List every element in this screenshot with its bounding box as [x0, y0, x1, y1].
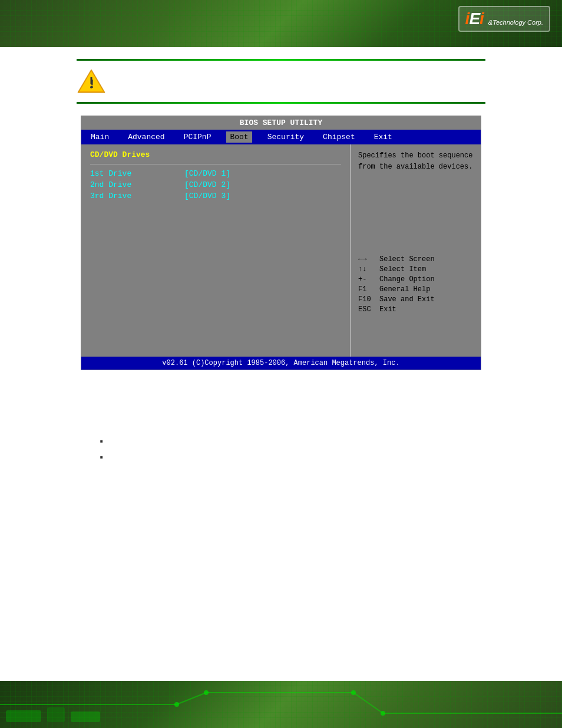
key-row-updown: ↑↓ Select Item	[358, 265, 474, 274]
key-esc-desc: Exit	[379, 305, 396, 314]
key-esc: ESC	[358, 305, 376, 314]
svg-point-10	[174, 702, 179, 707]
drive-row-3: 3rd Drive [CD/DVD 3]	[90, 192, 341, 200]
key-row-f10: F10 Save and Exit	[358, 295, 474, 304]
menu-pcipnp[interactable]: PCIPnP	[180, 131, 215, 143]
body-paragraph-2	[88, 400, 474, 413]
key-row-arrows: ←→ Select Screen	[358, 255, 474, 263]
menu-boot[interactable]: Boot	[226, 131, 252, 143]
drive-3-label: 3rd Drive	[90, 192, 184, 200]
key-arrows-desc: Select Screen	[379, 255, 435, 263]
bios-menu-bar: Main Advanced PCIPnP Boot Security Chips…	[81, 130, 481, 144]
key-updown-desc: Select Item	[379, 265, 426, 274]
svg-rect-14	[6, 710, 41, 722]
section-separator	[90, 164, 341, 164]
drive-row-1: 1st Drive [CD/DVD 1]	[90, 169, 341, 178]
svg-line-8	[353, 693, 383, 713]
drive-3-value: [CD/DVD 3]	[184, 192, 230, 200]
drive-1-value: [CD/DVD 1]	[184, 169, 230, 178]
logo-area: iEi &Technology Corp.	[458, 6, 550, 32]
menu-main[interactable]: Main	[87, 131, 113, 143]
key-f10: F10	[358, 295, 376, 304]
drive-row-2: 2nd Drive [CD/DVD 2]	[90, 180, 341, 189]
top-banner: iEi &Technology Corp.	[0, 0, 562, 47]
key-row-plusminus: +- Change Option	[358, 275, 474, 284]
drive-2-label: 2nd Drive	[90, 180, 184, 189]
bios-screen: BIOS SETUP UTILITY Main Advanced PCIPnP …	[81, 116, 481, 370]
bios-footer-text: v02.61 (C)Copyright 1985-2006, American …	[162, 359, 399, 367]
top-separator	[77, 59, 485, 61]
menu-security[interactable]: Security	[264, 131, 308, 143]
help-text: Specifies the boot sequence from the ava…	[358, 150, 474, 173]
bottom-banner	[0, 681, 562, 728]
svg-rect-15	[47, 707, 65, 722]
drive-1-label: 1st Drive	[90, 169, 184, 178]
bullet-item-2	[100, 452, 474, 465]
content-area: ! BIOS SETUP UTILITY Main Advanced PCIPn…	[0, 47, 562, 519]
body-paragraph-5	[88, 489, 474, 501]
menu-chipset[interactable]: Chipset	[319, 131, 359, 143]
bios-title: BIOS SETUP UTILITY	[240, 118, 322, 127]
bottom-separator	[77, 102, 485, 104]
logo-box: iEi &Technology Corp.	[458, 6, 550, 32]
bullet-list	[88, 436, 474, 465]
svg-rect-16	[71, 711, 100, 722]
key-f1-desc: General Help	[379, 285, 430, 294]
key-f1: F1	[358, 285, 376, 294]
key-arrows: ←→	[358, 255, 376, 263]
svg-point-11	[204, 690, 209, 695]
bios-left-panel: CD/DVD Drives 1st Drive [CD/DVD 1] 2nd D…	[81, 144, 351, 357]
menu-advanced[interactable]: Advanced	[124, 131, 168, 143]
key-plusminus: +-	[358, 275, 376, 284]
bios-footer: v02.61 (C)Copyright 1985-2006, American …	[81, 357, 481, 370]
key-updown: ↑↓	[358, 265, 376, 274]
body-text-area	[77, 382, 485, 501]
bios-right-panel: Specifies the boot sequence from the ava…	[351, 144, 481, 357]
menu-exit[interactable]: Exit	[371, 131, 396, 143]
svg-point-4	[90, 86, 92, 88]
svg-line-6	[177, 693, 206, 704]
key-plusminus-desc: Change Option	[379, 275, 435, 284]
key-row-f1: F1 General Help	[358, 285, 474, 294]
section-title: CD/DVD Drives	[90, 150, 341, 159]
key-f10-desc: Save and Exit	[379, 295, 435, 304]
logo-brand: iEi	[465, 9, 484, 28]
key-bindings-area: ←→ Select Screen ↑↓ Select Item +- Chang…	[358, 255, 474, 314]
svg-point-12	[351, 690, 356, 695]
drive-2-value: [CD/DVD 2]	[184, 180, 230, 189]
bullet-item-1	[100, 436, 474, 449]
warning-icon: !	[77, 67, 106, 96]
svg-point-13	[381, 711, 385, 716]
key-row-esc: ESC Exit	[358, 305, 474, 314]
bios-body: CD/DVD Drives 1st Drive [CD/DVD 1] 2nd D…	[81, 144, 481, 357]
body-paragraph-1	[88, 382, 474, 394]
body-paragraph-4	[88, 470, 474, 483]
body-paragraph-3	[88, 419, 474, 431]
circuit-decoration	[0, 681, 562, 728]
warning-area: !	[77, 67, 485, 96]
bios-title-bar: BIOS SETUP UTILITY	[81, 116, 481, 130]
logo-subtitle: &Technology Corp.	[488, 19, 543, 26]
